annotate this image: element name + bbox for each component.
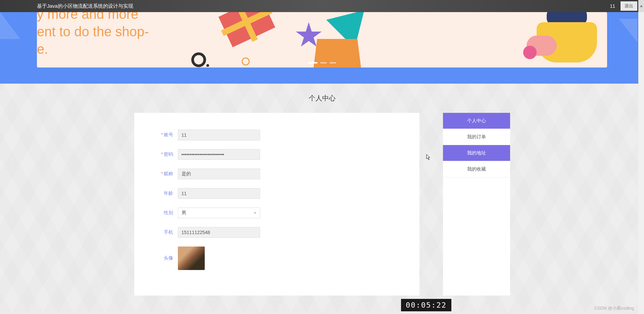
account-label: *账号 [148,132,178,138]
hero-decoration-left [0,12,20,39]
age-input[interactable] [178,188,260,199]
logout-button[interactable]: 退出 [621,1,637,11]
form-row-gender: 性别 男 [148,208,406,218]
watermark: CSDN @小蔡coding [594,305,634,311]
chevron-down-icon [254,212,256,214]
hero-decoration-right [619,19,637,42]
sidebar-item-profile[interactable]: 个人中心 [443,113,510,129]
gift-icon [218,12,292,56]
sidebar-spacer [443,177,510,193]
form-row-password: *密码 [148,149,406,160]
content-wrapper: *账号 *密码 *昵称 年龄 性别 男 [97,113,547,296]
account-input[interactable] [178,130,260,140]
timer-display: 00:05:22 [401,299,451,311]
password-label: *密码 [148,151,178,158]
sidebar-panel: 个人中心 我的订单 我的地址 我的收藏 [443,113,510,296]
scrollbar-vertical[interactable] [638,12,644,314]
main-content: 个人中心 *账号 *密码 *昵称 年龄 性别 [0,84,644,314]
scroll-up-button[interactable] [638,0,644,12]
top-bar: 基于Java的小区物流配送系统的设计与实现 11 退出 [0,0,644,12]
carousel-dot-2[interactable] [320,62,327,63]
cursor-icon [426,154,431,160]
scroll-up-icon [640,5,643,7]
top-bar-right: 11 退出 [610,1,637,11]
form-row-age: 年龄 [148,188,406,199]
gender-select[interactable]: 男 [178,208,260,218]
form-row-phone: 手机 [148,227,406,238]
carousel-dot-3[interactable] [330,62,336,63]
form-row-account: *账号 [148,130,406,140]
user-id[interactable]: 11 [610,3,615,9]
nickname-input[interactable] [178,169,260,179]
sidebar-item-favorites[interactable]: 我的收藏 [443,161,510,177]
form-row-nickname: *昵称 [148,169,406,179]
form-panel: *账号 *密码 *昵称 年龄 性别 男 [134,113,419,296]
password-input[interactable] [178,149,260,160]
circle-small-icon [242,57,250,65]
carousel-dots [308,62,336,63]
phone-label: 手机 [148,229,178,235]
app-title: 基于Java的小区物流配送系统的设计与实现 [37,3,133,9]
age-label: 年龄 [148,190,178,196]
avatar-image[interactable] [178,246,205,270]
hero-section: y more and more ent to do the shop- e. [0,12,644,84]
page-title: 个人中心 [0,94,644,103]
banner-line-2: ent to do the shop- [37,23,149,40]
banner-line-3: e. [37,40,149,58]
gender-value: 男 [182,210,186,216]
carousel-dot-1[interactable] [308,62,317,63]
circle-icon [191,52,206,67]
banner-text: y more and more ent to do the shop- e. [37,12,149,58]
banner-line-1: y more and more [37,12,149,23]
sidebar-item-orders[interactable]: 我的订单 [443,129,510,145]
sidebar-item-address[interactable]: 我的地址 [443,145,510,161]
hero-banner: y more and more ent to do the shop- e. [37,12,607,68]
person-illustration [547,12,597,62]
avatar-label: 头像 [148,255,178,261]
gender-label: 性别 [148,210,178,216]
nickname-label: *昵称 [148,171,178,177]
phone-input[interactable] [178,227,260,238]
dot-icon [206,64,209,67]
form-row-avatar: 头像 [148,246,406,270]
